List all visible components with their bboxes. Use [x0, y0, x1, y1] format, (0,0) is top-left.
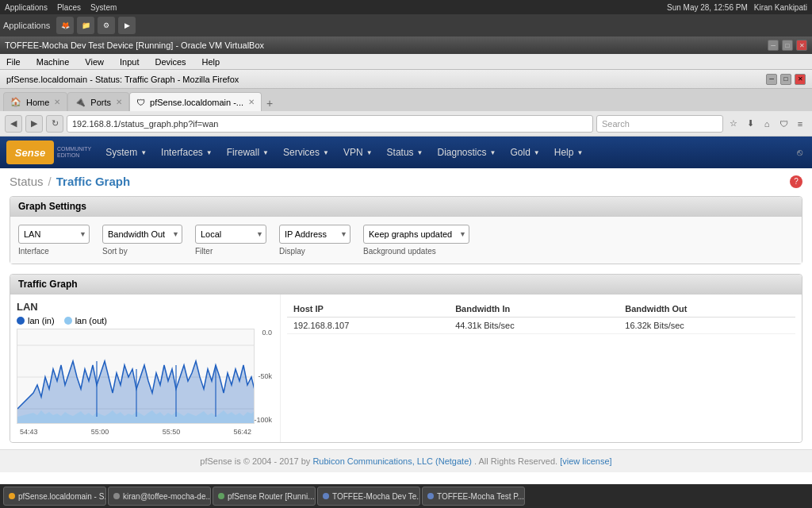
y-label-100k: -100k — [254, 416, 272, 424]
vm-menu-file[interactable]: File — [3, 57, 24, 67]
footer-rights: . All Rights Reserved. — [474, 456, 557, 466]
forward-button[interactable]: ▶ — [25, 115, 43, 133]
vm-window-controls: ─ □ ✕ — [768, 40, 807, 51]
search-bar[interactable]: Search — [596, 115, 723, 133]
nav-services[interactable]: Services ▼ — [277, 144, 335, 161]
tab-pfsense[interactable]: 🛡 pfSense.localdomain -... ✕ — [129, 92, 262, 111]
filter-label: Filter — [195, 247, 266, 256]
task-toffee-test[interactable]: TOFFEE-Mocha Test P... — [422, 487, 525, 506]
nav-system-label: System — [105, 147, 137, 158]
desktop-topbar: Applications Places System Sun May 28, 1… — [0, 0, 812, 14]
nav-gold[interactable]: Gold ▼ — [504, 144, 546, 161]
graph-chart-title: LAN — [17, 301, 274, 313]
vm-minimize-button[interactable]: ─ — [768, 40, 779, 51]
nav-firewall[interactable]: Firewall ▼ — [220, 144, 275, 161]
settings-panel-header: Graph Settings — [10, 197, 802, 217]
graph-settings-panel: Graph Settings LAN WAN OPT1 — [10, 196, 802, 264]
browser-titlebar: pfSense.localdomain - Status: Traffic Gr… — [0, 70, 812, 89]
legend-in-dot — [17, 317, 25, 325]
table-header-row: Host IP Bandwidth In Bandwidth Out — [287, 301, 795, 318]
nav-interfaces-arrow: ▼ — [206, 149, 213, 156]
browser-minimize-button[interactable]: ─ — [766, 74, 777, 85]
shield-icon[interactable]: 🛡 — [776, 117, 791, 131]
col-bandwidth-in: Bandwidth In — [449, 301, 619, 318]
download-icon[interactable]: ⬇ — [743, 117, 757, 131]
browser-nav-icons: ☆ ⬇ ⌂ 🛡 ≡ — [726, 117, 807, 131]
bookmark-star-icon[interactable]: ☆ — [726, 117, 741, 131]
nav-gold-arrow: ▼ — [534, 149, 540, 156]
nav-diagnostics[interactable]: Diagnostics ▼ — [431, 144, 503, 161]
interface-select-wrapper: LAN WAN OPT1 ▼ — [18, 225, 90, 244]
browser-maximize-button[interactable]: □ — [780, 74, 791, 85]
taskbar-apps-label[interactable]: Applications — [3, 21, 50, 30]
task-pfsense[interactable]: pfSense.localdomain - S... — [3, 487, 106, 506]
applications-menu[interactable]: Applications — [5, 3, 48, 12]
nav-help[interactable]: Help ▼ — [548, 144, 590, 161]
task-toffee-test-label: TOFFEE-Mocha Test P... — [437, 492, 524, 501]
new-tab-button[interactable]: + — [262, 95, 278, 111]
tab-home-close[interactable]: ✕ — [54, 98, 60, 106]
table-body: 192.168.8.107 44.31k Bits/sec 16.32k Bit… — [287, 318, 795, 334]
footer-license-link[interactable]: [view license] — [560, 456, 611, 466]
nav-interfaces[interactable]: Interfaces ▼ — [155, 144, 219, 161]
nav-system[interactable]: System ▼ — [99, 144, 153, 161]
filter-select[interactable]: Local All Remote — [195, 225, 266, 244]
task-kiran[interactable]: kiran@toffee-mocha-de... — [108, 487, 211, 506]
browser-close-button[interactable]: ✕ — [795, 74, 806, 85]
display-select[interactable]: IP Address Hostname — [279, 225, 350, 244]
vm-close-button[interactable]: ✕ — [796, 40, 807, 51]
taskbar-folder-icon[interactable]: 📁 — [77, 17, 94, 34]
back-button[interactable]: ◀ — [5, 115, 22, 133]
breadcrumb: Status / Traffic Graph ? — [10, 175, 802, 188]
task-toffee-test-dot — [427, 493, 434, 499]
address-bar[interactable]: 192.168.8.1/status_graph.php?if=wan — [67, 115, 593, 133]
places-menu[interactable]: Places — [57, 3, 81, 12]
task-toffee-dev-label: TOFFEE-Mocha Dev Te... — [332, 492, 420, 501]
graph-chart-area: LAN lan (in) lan (out) — [10, 294, 280, 442]
task-toffee-dev[interactable]: TOFFEE-Mocha Dev Te... — [317, 487, 420, 506]
vm-menu-help[interactable]: Help — [199, 57, 224, 67]
taskbar-firefox-icon[interactable]: 🦊 — [56, 17, 74, 34]
interface-select[interactable]: LAN WAN OPT1 — [18, 225, 90, 244]
time-label-3: 56:42 — [233, 428, 251, 436]
browser-title: pfSense.localdomain - Status: Traffic Gr… — [6, 75, 239, 84]
vm-menu-machine[interactable]: Machine — [33, 57, 73, 67]
graph-legend: lan (in) lan (out) — [17, 316, 274, 325]
taskbar-settings-icon[interactable]: ⚙ — [98, 17, 115, 34]
vm-maximize-button[interactable]: □ — [782, 40, 793, 51]
table-row: 192.168.8.107 44.31k Bits/sec 16.32k Bit… — [287, 318, 795, 334]
tab-ports-favicon: 🔌 — [75, 97, 86, 107]
footer-company[interactable]: Rubicon Communications, LLC (Netgate) — [312, 456, 472, 466]
vm-menu-input[interactable]: Input — [117, 57, 142, 67]
tab-pfsense-close[interactable]: ✕ — [248, 98, 255, 106]
traffic-graph-body: LAN lan (in) lan (out) — [10, 294, 802, 442]
task-pfsense-dot — [9, 493, 15, 499]
background-select[interactable]: Keep graphs updated Stop updates — [363, 225, 469, 244]
col-host-ip: Host IP — [287, 301, 449, 318]
bandwidth-table: Host IP Bandwidth In Bandwidth Out 192.1… — [287, 301, 795, 334]
breadcrumb-parent[interactable]: Status — [10, 175, 44, 188]
task-kiran-label: kiran@toffee-mocha-de... — [123, 492, 211, 501]
vm-menu-view[interactable]: View — [82, 57, 107, 67]
tab-ports-close[interactable]: ✕ — [116, 98, 122, 106]
tab-home[interactable]: 🏠 Home ✕ — [3, 92, 67, 111]
home-icon[interactable]: ⌂ — [760, 117, 774, 131]
interface-group: LAN WAN OPT1 ▼ Interface — [18, 225, 90, 256]
nav-interfaces-label: Interfaces — [161, 147, 203, 158]
sortby-select-wrapper: Bandwidth Out Bandwidth In ▼ — [102, 225, 182, 244]
reload-button[interactable]: ↻ — [46, 115, 63, 133]
display-select-wrapper: IP Address Hostname ▼ — [279, 225, 350, 244]
help-icon[interactable]: ? — [790, 175, 802, 188]
nav-logout-icon[interactable]: ⎋ — [794, 144, 806, 161]
system-menu[interactable]: System — [90, 3, 117, 12]
sortby-select[interactable]: Bandwidth Out Bandwidth In — [102, 225, 182, 244]
sortby-group: Bandwidth Out Bandwidth In ▼ Sort by — [102, 225, 182, 256]
task-kiran-dot — [113, 493, 120, 499]
task-pfsense-router[interactable]: pfSense Router [Runni... — [213, 487, 316, 506]
nav-vpn[interactable]: VPN ▼ — [337, 144, 379, 161]
menu-icon[interactable]: ≡ — [793, 117, 807, 131]
vm-menu-devices[interactable]: Devices — [151, 57, 189, 67]
nav-status[interactable]: Status ▼ — [381, 144, 430, 161]
tab-ports[interactable]: 🔌 Ports ✕ — [67, 92, 129, 111]
taskbar-terminal-icon[interactable]: ▶ — [118, 17, 136, 34]
